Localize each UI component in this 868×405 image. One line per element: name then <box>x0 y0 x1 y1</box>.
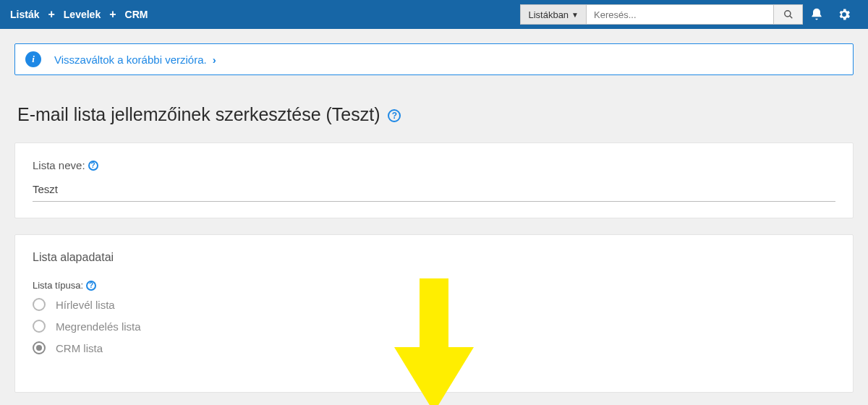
radio-crm-control[interactable] <box>33 341 46 354</box>
search-button[interactable] <box>774 4 803 25</box>
svg-point-0 <box>784 11 790 17</box>
settings-button[interactable] <box>830 7 858 22</box>
radio-crm[interactable]: CRM lista <box>33 341 835 354</box>
radio-crm-label: CRM lista <box>56 342 103 354</box>
bell-icon <box>809 7 824 22</box>
radio-order[interactable]: Megrendelés lista <box>33 320 835 333</box>
banner-text: Visszaváltok a korábbi verzióra. <box>54 54 207 66</box>
search-scope-label: Listákban <box>528 9 569 20</box>
page-help-icon[interactable]: ? <box>388 109 401 122</box>
list-type-label: Lista típusa: ? <box>33 280 835 291</box>
chevron-right-icon: › <box>213 54 216 66</box>
chevron-down-icon: ▼ <box>571 11 579 19</box>
page-title: E-mail lista jellemzőinek szerkesztése (… <box>17 104 851 125</box>
top-nav-bar: Listák + Levelek + CRM Listákban ▼ <box>0 0 868 29</box>
list-name-input[interactable] <box>33 180 835 202</box>
radio-newsletter-control[interactable] <box>33 298 46 311</box>
notifications-button[interactable] <box>803 7 830 22</box>
list-name-help-icon[interactable]: ? <box>88 161 98 171</box>
radio-order-control[interactable] <box>33 320 46 333</box>
page-title-text: E-mail lista jellemzőinek szerkesztése (… <box>17 104 380 124</box>
nav-lists[interactable]: Listák <box>10 9 39 20</box>
content-scroll-area[interactable]: i Visszaváltok a korábbi verzióra. › E-m… <box>0 29 868 405</box>
radio-newsletter-label: Hírlevél lista <box>56 299 115 311</box>
list-name-card: Lista neve: ? <box>14 142 854 218</box>
search-group: Listákban ▼ <box>520 4 803 25</box>
list-name-label: Lista neve: ? <box>33 159 835 171</box>
list-type-help-icon[interactable]: ? <box>86 281 96 291</box>
search-input[interactable] <box>586 4 774 25</box>
top-nav-items: Listák + Levelek + CRM <box>10 8 148 21</box>
radio-order-label: Megrendelés lista <box>56 320 141 333</box>
search-scope-dropdown[interactable]: Listákban ▼ <box>520 4 586 25</box>
version-revert-banner[interactable]: i Visszaváltok a korábbi verzióra. › <box>14 43 854 75</box>
nav-crm[interactable]: CRM <box>125 9 148 20</box>
gear-icon <box>837 7 851 22</box>
add-email-button[interactable]: + <box>108 8 117 21</box>
nav-emails[interactable]: Levelek <box>64 9 101 20</box>
info-icon: i <box>25 51 41 67</box>
list-name-label-text: Lista neve: <box>33 159 85 171</box>
add-list-button[interactable]: + <box>46 8 56 21</box>
list-type-label-text: Lista típusa: <box>33 280 83 291</box>
basic-data-title: Lista alapadatai <box>33 251 835 264</box>
svg-line-1 <box>789 16 792 19</box>
radio-newsletter[interactable]: Hírlevél lista <box>33 298 835 311</box>
list-basic-data-card: Lista alapadatai Lista típusa: ? Hírlevé… <box>14 234 854 393</box>
search-icon <box>783 9 793 20</box>
